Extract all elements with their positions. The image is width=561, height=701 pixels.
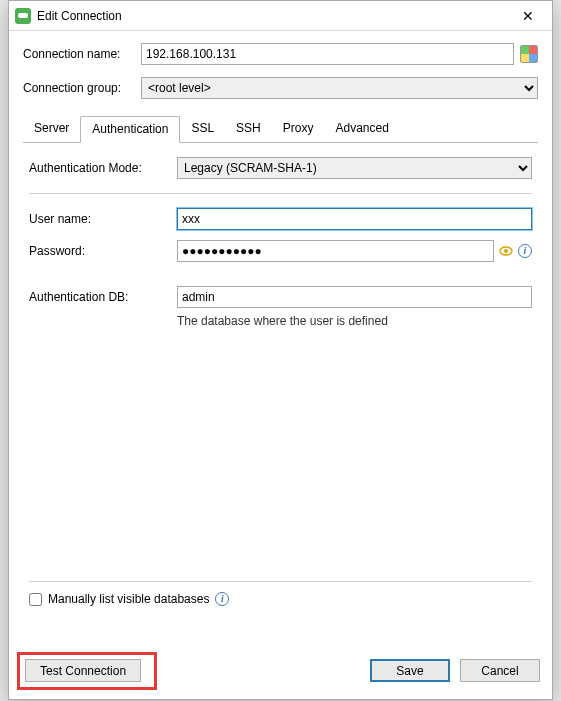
auth-db-row: Authentication DB:: [29, 286, 532, 308]
auth-db-label: Authentication DB:: [29, 290, 177, 304]
svg-point-1: [504, 249, 508, 253]
tab-authentication[interactable]: Authentication: [80, 116, 180, 143]
dialog-body: Connection name: Connection group: <root…: [9, 31, 552, 650]
connection-group-select[interactable]: <root level>: [141, 77, 538, 99]
tab-server[interactable]: Server: [23, 116, 80, 143]
window-title: Edit Connection: [37, 9, 508, 23]
titlebar: Edit Connection ✕: [9, 1, 552, 31]
auth-db-helper: The database where the user is defined: [177, 314, 532, 328]
test-connection-button[interactable]: Test Connection: [25, 659, 141, 682]
test-connection-highlight: Test Connection: [19, 656, 147, 685]
connection-name-row: Connection name:: [23, 43, 538, 65]
reveal-password-icon[interactable]: [498, 243, 514, 259]
list-databases-checkbox[interactable]: [29, 593, 42, 606]
auth-mode-label: Authentication Mode:: [29, 161, 177, 175]
password-input[interactable]: [177, 240, 494, 262]
connection-name-label: Connection name:: [23, 47, 141, 61]
auth-mode-row: Authentication Mode: Legacy (SCRAM-SHA-1…: [29, 157, 532, 179]
username-input[interactable]: [177, 208, 532, 230]
authentication-panel: Authentication Mode: Legacy (SCRAM-SHA-1…: [23, 143, 538, 642]
separator: [29, 193, 532, 194]
tab-advanced[interactable]: Advanced: [324, 116, 399, 143]
close-button[interactable]: ✕: [508, 2, 548, 30]
list-databases-row: Manually list visible databases i: [29, 592, 532, 606]
auth-db-input[interactable]: [177, 286, 532, 308]
username-label: User name:: [29, 212, 177, 226]
tab-bar: Server Authentication SSL SSH Proxy Adva…: [23, 115, 538, 143]
app-icon: [15, 8, 31, 24]
connection-group-row: Connection group: <root level>: [23, 77, 538, 99]
tab-ssl[interactable]: SSL: [180, 116, 225, 143]
connection-group-label: Connection group:: [23, 81, 141, 95]
list-databases-info-icon[interactable]: i: [215, 592, 229, 606]
close-icon: ✕: [522, 8, 534, 24]
edit-connection-dialog: Edit Connection ✕ Connection name: Conne…: [8, 0, 553, 700]
connection-name-input[interactable]: [141, 43, 514, 65]
save-button[interactable]: Save: [370, 659, 450, 682]
password-label: Password:: [29, 244, 177, 258]
tab-proxy[interactable]: Proxy: [272, 116, 325, 143]
cancel-button[interactable]: Cancel: [460, 659, 540, 682]
password-info-icon[interactable]: i: [518, 244, 532, 258]
color-picker-button[interactable]: [520, 45, 538, 63]
username-row: User name:: [29, 208, 532, 230]
dialog-footer: Test Connection Save Cancel: [9, 650, 552, 699]
list-databases-label: Manually list visible databases: [48, 592, 209, 606]
password-row: Password: i: [29, 240, 532, 262]
auth-mode-select[interactable]: Legacy (SCRAM-SHA-1): [177, 157, 532, 179]
tab-ssh[interactable]: SSH: [225, 116, 272, 143]
separator-bottom: [29, 581, 532, 582]
